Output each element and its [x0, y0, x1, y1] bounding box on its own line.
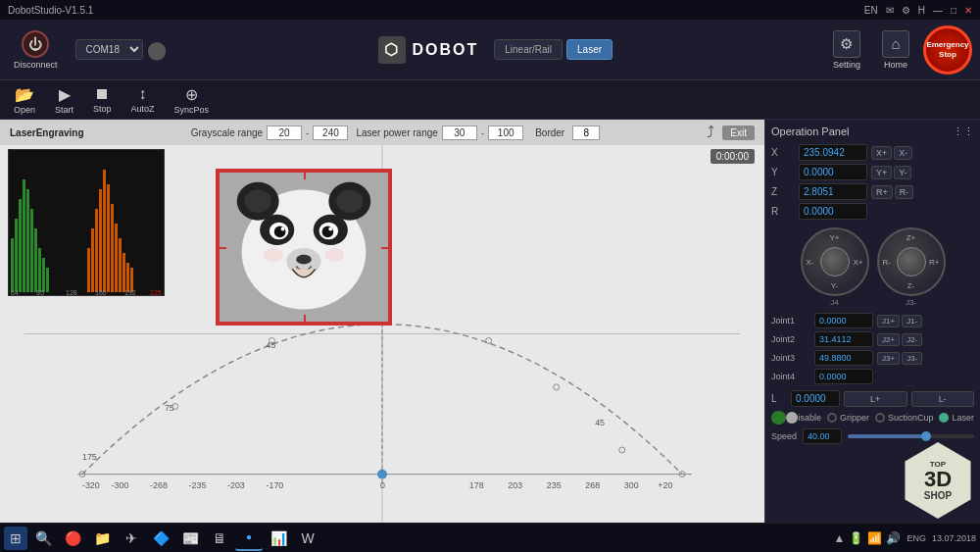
disconnect-button[interactable]: ⏻ Disconnect: [8, 26, 64, 74]
speed-slider[interactable]: [848, 434, 974, 438]
com-port-selector[interactable]: COM18 ⬤: [75, 39, 167, 61]
laser-label: Laser: [952, 413, 974, 423]
j3-plus-button[interactable]: J3+: [877, 352, 900, 365]
header-right: ⤴ Exit: [707, 124, 755, 141]
top-shop-watermark[interactable]: TOP 3D SHOP: [900, 442, 978, 521]
logo-icon: ⬡: [378, 36, 406, 64]
r-minus-button[interactable]: R-: [895, 185, 914, 199]
j1-minus-button[interactable]: J1-: [902, 315, 922, 327]
taskbar-icon-monitor[interactable]: 🖥: [206, 526, 233, 551]
exit-button[interactable]: Exit: [722, 125, 755, 140]
disconnect-icon: ⏻: [22, 30, 49, 58]
taskbar-icons: 🔴 📁 ✈ 🔷 📰 🖥 ● 📊 W: [59, 526, 321, 551]
locale-label: ENG: [906, 533, 926, 543]
joystick-xy[interactable]: Y+ Y- X- X+: [801, 227, 869, 296]
svg-text:95: 95: [36, 289, 44, 296]
stop-button[interactable]: ⏹ Stop: [87, 83, 118, 116]
svg-text:128: 128: [66, 289, 77, 296]
tray-volume[interactable]: 🔊: [886, 531, 901, 545]
taskbar-icon-dobot[interactable]: ●: [235, 526, 263, 551]
syncpos-button[interactable]: ⊕ SyncPos: [169, 83, 216, 117]
x-plus-button[interactable]: X+: [871, 146, 892, 160]
joint4-label: Joint4: [771, 372, 810, 381]
border-input[interactable]: [572, 125, 600, 140]
stop-icon: ⏹: [94, 85, 110, 103]
hex-badge: TOP 3D SHOP: [900, 442, 976, 519]
emergency-stop-button[interactable]: Emergency Stop: [923, 25, 972, 75]
j3-minus-button[interactable]: J3-: [902, 352, 922, 365]
l-action2-button[interactable]: L-: [911, 391, 975, 407]
start-menu-button[interactable]: ⊞: [4, 527, 27, 550]
l-label: L: [771, 393, 787, 404]
autoz-button[interactable]: ↕ AutoZ: [125, 83, 161, 116]
setting-button[interactable]: ⚙ Setting: [825, 26, 868, 74]
y-buttons: Y+ Y-: [871, 166, 974, 179]
joystick-xy-label: J4: [801, 298, 869, 307]
open-button[interactable]: 📂 Open: [8, 83, 41, 117]
home-button[interactable]: ⌂ Home: [874, 26, 917, 74]
joystick-xy-container: Y+ Y- X- X+ J4: [801, 227, 869, 307]
coordinates-grid: X 235.0942 X+ X- Y 0.0000 Y+ Y- Z 2.8051…: [771, 144, 974, 220]
suction-radio-dot[interactable]: [875, 413, 885, 423]
titlebar-right-icons: EN ✉ ⚙ H — □ ✕: [864, 5, 972, 16]
linear-rail-button[interactable]: Linear/Rail: [494, 39, 563, 60]
grayscale-max-input[interactable]: [313, 125, 348, 140]
disable-toggle[interactable]: [771, 411, 786, 425]
panel-collapse-button[interactable]: ◀: [764, 307, 765, 336]
laser-radio[interactable]: Laser: [939, 413, 974, 423]
connect-toggle[interactable]: ⬤: [147, 39, 167, 61]
j2-minus-button[interactable]: J2-: [902, 333, 922, 346]
svg-text:-268: -268: [150, 480, 168, 490]
y-plus-button[interactable]: Y+: [871, 166, 892, 179]
speed-handle[interactable]: [921, 431, 931, 441]
svg-text:-203: -203: [227, 480, 245, 490]
l-action1-button[interactable]: L+: [844, 391, 907, 407]
x-minus-button[interactable]: X-: [894, 146, 912, 160]
joystick-area: Y+ Y- X- X+ J4 Z+ Z- R- R+ J3-: [771, 227, 974, 307]
canvas-area: LaserEngraving Grayscale range - Laser p…: [0, 120, 764, 523]
gripper-radio-dot[interactable]: [827, 413, 837, 423]
panel-menu-icon[interactable]: ⋮⋮: [953, 125, 974, 138]
j2-plus-button[interactable]: J2+: [877, 333, 900, 346]
speed-value: 40.00: [803, 428, 842, 444]
r-plus-button[interactable]: R+: [871, 185, 893, 199]
suction-radio[interactable]: SuctionCup: [875, 413, 934, 423]
mode-buttons: Linear/Rail Laser: [494, 39, 612, 60]
j1-plus-button[interactable]: J1+: [877, 315, 900, 327]
tray-icon-up[interactable]: ▲: [834, 531, 846, 545]
taskbar-icon-vs[interactable]: 📊: [265, 526, 292, 551]
com-dropdown[interactable]: COM18: [75, 39, 143, 60]
gripper-radio[interactable]: Gripper: [827, 413, 869, 423]
svg-rect-51: [111, 204, 114, 292]
grayscale-min-input[interactable]: [267, 125, 302, 140]
joint3-value: 49.8800: [814, 350, 873, 366]
svg-text:160: 160: [95, 289, 107, 296]
x-value: 235.0942: [799, 144, 867, 161]
taskbar-icon-telegram[interactable]: ✈: [118, 526, 145, 551]
y-minus-button[interactable]: Y-: [894, 166, 911, 179]
svg-text:225: 225: [150, 289, 162, 296]
taskbar-icon-word[interactable]: W: [294, 526, 321, 551]
main-toolbar: ⏻ Disconnect COM18 ⬤ ⬡ DOBOT Linear/Rail…: [0, 20, 980, 80]
taskbar-icon-news[interactable]: 📰: [176, 526, 204, 551]
gripper-label: Gripper: [840, 413, 869, 423]
taskbar-icon-firefox[interactable]: 🔴: [59, 526, 86, 551]
start-button[interactable]: ▶ Start: [49, 83, 79, 117]
options-row: Disable Gripper SuctionCup Laser: [771, 411, 974, 425]
joystick-x-plus-label: X+: [853, 258, 862, 267]
laser-power-max-input[interactable]: [488, 125, 523, 140]
taskbar-search-button[interactable]: 🔍: [31, 527, 55, 550]
taskbar-icon-app1[interactable]: 🔷: [147, 526, 174, 551]
export-icon[interactable]: ⤴: [707, 124, 714, 141]
laser-radio-dot[interactable]: [939, 413, 949, 423]
joint2-value: 31.4112: [814, 331, 873, 347]
laser-power-min-input[interactable]: [442, 125, 477, 140]
svg-rect-49: [103, 170, 106, 292]
joystick-rz[interactable]: Z+ Z- R- R+: [877, 227, 946, 296]
svg-rect-46: [91, 228, 94, 292]
sub-toolbar: 📂 Open ▶ Start ⏹ Stop ↕ AutoZ ⊕ SyncPos: [0, 80, 980, 120]
r-value: 0.0000: [799, 203, 867, 220]
taskbar-icon-folder[interactable]: 📁: [88, 526, 116, 551]
home-icon: ⌂: [882, 30, 909, 58]
laser-button[interactable]: Laser: [566, 39, 612, 60]
